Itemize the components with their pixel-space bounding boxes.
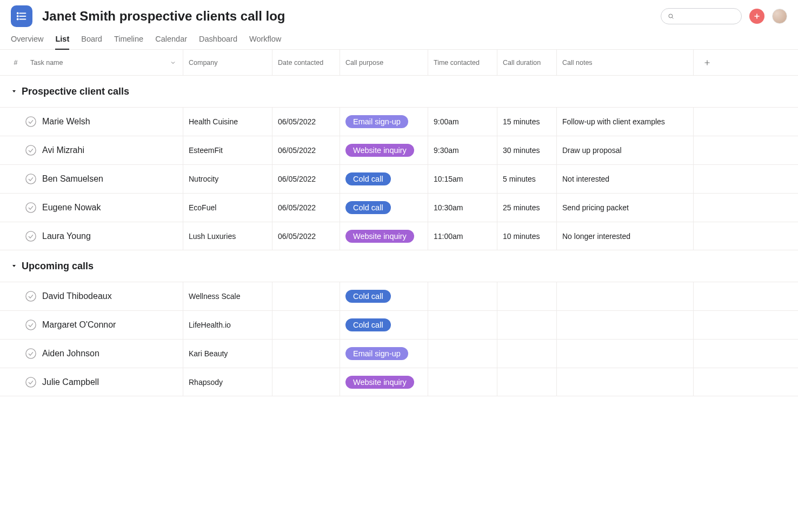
cell-notes[interactable]: Not interested — [556, 165, 693, 193]
project-list-icon[interactable] — [11, 5, 32, 27]
cell-time[interactable]: 9:30am — [428, 136, 497, 164]
cell-purpose[interactable]: Cold call — [340, 282, 428, 310]
table-row[interactable]: David ThibodeauxWellness ScaleCold call — [0, 282, 798, 310]
cell-duration[interactable]: 15 minutes — [497, 108, 556, 136]
cell-duration[interactable]: 10 minutes — [497, 222, 556, 250]
cell-notes[interactable] — [556, 340, 693, 368]
check-circle-icon[interactable] — [25, 376, 37, 388]
cell-company[interactable]: Rhapsody — [183, 368, 272, 396]
cell-purpose[interactable]: Website inquiry — [340, 222, 428, 250]
search-box[interactable] — [661, 8, 742, 24]
cell-purpose[interactable]: Website inquiry — [340, 136, 428, 164]
tab-overview[interactable]: Overview — [11, 35, 43, 49]
cell-company[interactable]: Lush Luxuries — [183, 222, 272, 250]
table-row[interactable]: Julie CampbellRhapsodyWebsite inquiry — [0, 368, 798, 396]
check-circle-icon[interactable] — [25, 230, 37, 242]
table-row[interactable]: Avi MizrahiEsteemFit06/05/2022Website in… — [0, 136, 798, 164]
table-row[interactable]: Laura YoungLush Luxuries06/05/2022Websit… — [0, 222, 798, 250]
cell-duration[interactable]: 30 minutes — [497, 136, 556, 164]
cell-date[interactable] — [272, 282, 340, 310]
page-title[interactable]: Janet Smith prospective clients call log — [42, 9, 651, 24]
table-row[interactable]: Marie WelshHealth Cuisine06/05/2022Email… — [0, 107, 798, 136]
check-circle-icon[interactable] — [25, 173, 37, 185]
cell-purpose[interactable]: Email sign-up — [340, 108, 428, 136]
cell-company[interactable]: Kari Beauty — [183, 340, 272, 368]
check-circle-icon[interactable] — [25, 144, 37, 156]
cell-time[interactable] — [428, 311, 497, 339]
search-input[interactable] — [679, 12, 735, 21]
cell-date[interactable] — [272, 368, 340, 396]
column-date[interactable]: Date contacted — [272, 50, 340, 75]
section-header[interactable]: Upcoming calls — [0, 250, 798, 282]
table-row[interactable]: Aiden JohnsonKari BeautyEmail sign-up — [0, 339, 798, 368]
cell-time[interactable]: 10:30am — [428, 194, 497, 222]
task-name[interactable]: Laura Young — [42, 231, 91, 241]
task-name[interactable]: Aiden Johnson — [42, 349, 99, 358]
task-name[interactable]: Avi Mizrahi — [42, 145, 84, 155]
table-row[interactable]: Ben SamuelsenNutrocity06/05/2022Cold cal… — [0, 164, 798, 193]
cell-date[interactable]: 06/05/2022 — [272, 136, 340, 164]
cell-time[interactable] — [428, 282, 497, 310]
cell-time[interactable] — [428, 340, 497, 368]
task-name[interactable]: David Thibodeaux — [42, 291, 112, 301]
cell-duration[interactable] — [497, 340, 556, 368]
cell-date[interactable]: 06/05/2022 — [272, 222, 340, 250]
cell-date[interactable]: 06/05/2022 — [272, 108, 340, 136]
cell-notes[interactable]: Send pricing packet — [556, 194, 693, 222]
cell-date[interactable]: 06/05/2022 — [272, 194, 340, 222]
cell-company[interactable]: EsteemFit — [183, 136, 272, 164]
section-header[interactable]: Prospective client calls — [0, 76, 798, 107]
cell-notes[interactable]: Follow-up with client examples — [556, 108, 693, 136]
add-button[interactable] — [749, 9, 764, 24]
task-name[interactable]: Margaret O'Connor — [42, 320, 116, 330]
cell-purpose[interactable]: Cold call — [340, 165, 428, 193]
cell-time[interactable]: 11:00am — [428, 222, 497, 250]
cell-date[interactable]: 06/05/2022 — [272, 165, 340, 193]
tab-dashboard[interactable]: Dashboard — [199, 35, 237, 49]
cell-company[interactable]: Health Cuisine — [183, 108, 272, 136]
check-circle-icon[interactable] — [25, 319, 37, 331]
tab-board[interactable]: Board — [81, 35, 102, 49]
cell-company[interactable]: EcoFuel — [183, 194, 272, 222]
column-time[interactable]: Time contacted — [428, 50, 497, 75]
table-row[interactable]: Margaret O'ConnorLifeHealth.ioCold call — [0, 310, 798, 339]
check-circle-icon[interactable] — [25, 290, 37, 302]
cell-date[interactable] — [272, 340, 340, 368]
cell-time[interactable]: 10:15am — [428, 165, 497, 193]
cell-notes[interactable]: Draw up proposal — [556, 136, 693, 164]
cell-company[interactable]: LifeHealth.io — [183, 311, 272, 339]
cell-duration[interactable] — [497, 368, 556, 396]
task-name[interactable]: Julie Campbell — [42, 377, 99, 387]
table-row[interactable]: Eugene NowakEcoFuel06/05/2022Cold call10… — [0, 193, 798, 222]
check-circle-icon[interactable] — [25, 348, 37, 360]
column-task[interactable]: Task name — [21, 59, 183, 66]
cell-company[interactable]: Wellness Scale — [183, 282, 272, 310]
user-avatar[interactable] — [772, 9, 787, 24]
task-name[interactable]: Ben Samuelsen — [42, 174, 103, 184]
cell-notes[interactable] — [556, 311, 693, 339]
column-notes[interactable]: Call notes — [556, 50, 693, 75]
task-name[interactable]: Eugene Nowak — [42, 203, 101, 212]
cell-time[interactable]: 9:00am — [428, 108, 497, 136]
cell-purpose[interactable]: Website inquiry — [340, 368, 428, 396]
cell-notes[interactable] — [556, 368, 693, 396]
cell-date[interactable] — [272, 311, 340, 339]
cell-duration[interactable] — [497, 282, 556, 310]
column-duration[interactable]: Call duration — [497, 50, 556, 75]
cell-duration[interactable]: 25 minutes — [497, 194, 556, 222]
cell-purpose[interactable]: Cold call — [340, 311, 428, 339]
column-purpose[interactable]: Call purpose — [340, 50, 428, 75]
cell-notes[interactable] — [556, 282, 693, 310]
tab-timeline[interactable]: Timeline — [114, 35, 143, 49]
cell-notes[interactable]: No longer interested — [556, 222, 693, 250]
add-column-button[interactable] — [693, 50, 715, 75]
check-circle-icon[interactable] — [25, 202, 37, 214]
task-name[interactable]: Marie Welsh — [42, 117, 90, 127]
cell-duration[interactable] — [497, 311, 556, 339]
tab-calendar[interactable]: Calendar — [155, 35, 187, 49]
cell-purpose[interactable]: Cold call — [340, 194, 428, 222]
tab-workflow[interactable]: Workflow — [249, 35, 281, 49]
cell-company[interactable]: Nutrocity — [183, 165, 272, 193]
cell-purpose[interactable]: Email sign-up — [340, 340, 428, 368]
column-company[interactable]: Company — [183, 50, 272, 75]
